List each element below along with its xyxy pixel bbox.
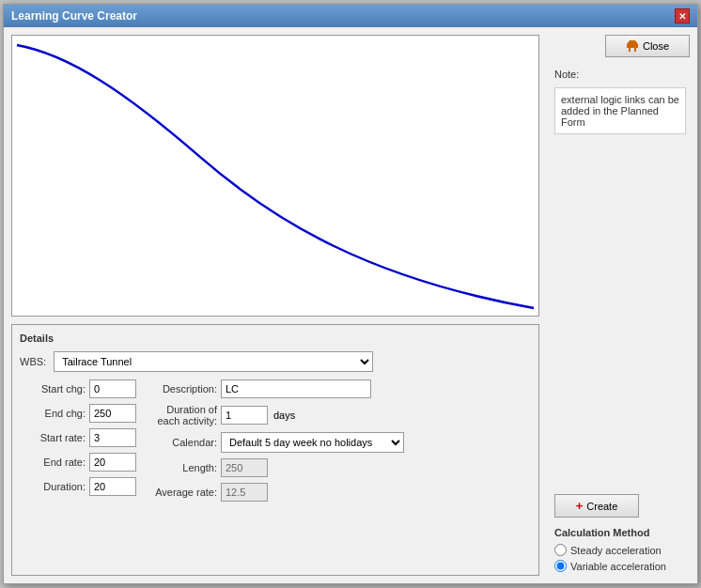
- form-columns: Start chg: End chg: Start rate: End: [20, 379, 531, 507]
- end-chg-row: End chg:: [20, 404, 136, 423]
- right-panel: Close Note: external logic links can be …: [547, 27, 697, 583]
- right-column: Description: Duration of each activity: …: [151, 379, 404, 507]
- wbs-select[interactable]: Tailrace Tunnel: [54, 351, 373, 372]
- description-label: Description:: [151, 383, 217, 395]
- note-label: Note:: [554, 69, 579, 80]
- variable-label: Variable acceleration: [570, 561, 666, 572]
- main-window: Learning Curve Creator ✕ Details WBS:: [3, 4, 698, 584]
- left-panel: Details WBS: Tailrace Tunnel Start chg:: [4, 27, 547, 583]
- calendar-label: Calendar:: [151, 437, 217, 448]
- svg-marker-2: [627, 40, 638, 44]
- avg-rate-row: Average rate:: [151, 483, 404, 502]
- note-text: external logic links can be added in the…: [554, 87, 686, 134]
- length-input: [221, 458, 268, 477]
- svg-rect-1: [627, 44, 638, 48]
- chart-area: [11, 35, 539, 317]
- duration-activity-input[interactable]: [221, 406, 268, 425]
- variable-radio[interactable]: [554, 560, 567, 572]
- duration-input[interactable]: [89, 477, 136, 496]
- wbs-label: WBS:: [20, 356, 46, 367]
- end-rate-label: End rate:: [20, 456, 86, 468]
- end-rate-row: End rate:: [20, 453, 136, 472]
- steady-radio[interactable]: [554, 544, 567, 556]
- length-row: Length:: [151, 458, 404, 477]
- description-row: Description:: [151, 379, 404, 398]
- window-title: Learning Curve Creator: [11, 9, 137, 23]
- svg-rect-3: [629, 48, 631, 52]
- create-label: Create: [586, 501, 617, 512]
- content-area: Details WBS: Tailrace Tunnel Start chg:: [4, 27, 697, 583]
- duration-activity-row: Duration of each activity: days: [151, 404, 404, 426]
- wbs-row: WBS: Tailrace Tunnel: [20, 351, 531, 372]
- calendar-select[interactable]: Default 5 day week no holidays: [221, 432, 404, 453]
- start-chg-row: Start chg:: [20, 379, 136, 398]
- avg-rate-label: Average rate:: [151, 487, 217, 498]
- avg-rate-input: [221, 483, 268, 502]
- window-close-button[interactable]: ✕: [675, 8, 690, 23]
- duration-row: Duration:: [20, 477, 136, 496]
- end-chg-label: End chg:: [20, 408, 86, 419]
- variable-radio-row: Variable acceleration: [554, 560, 666, 572]
- create-button[interactable]: + Create: [554, 494, 639, 518]
- duration-activity-label: Duration of each activity:: [151, 404, 217, 426]
- steady-radio-row: Steady acceleration: [554, 544, 666, 556]
- left-column: Start chg: End chg: Start rate: End: [20, 379, 136, 507]
- length-label: Length:: [151, 462, 217, 473]
- svg-rect-0: [12, 36, 538, 316]
- start-rate-row: Start rate:: [20, 428, 136, 447]
- calculation-method-section: Calculation Method Steady acceleration V…: [554, 527, 666, 576]
- details-section: Details WBS: Tailrace Tunnel Start chg:: [11, 324, 539, 576]
- description-input[interactable]: [221, 379, 371, 398]
- start-chg-label: Start chg:: [20, 383, 86, 395]
- calendar-row: Calendar: Default 5 day week no holidays: [151, 432, 404, 453]
- start-chg-input[interactable]: [89, 379, 136, 398]
- duration-label: Duration:: [20, 481, 86, 492]
- calc-method-title: Calculation Method: [554, 527, 666, 538]
- close-icon: [626, 39, 639, 53]
- title-bar: Learning Curve Creator ✕: [4, 5, 697, 27]
- start-rate-input[interactable]: [89, 428, 136, 447]
- close-button[interactable]: Close: [605, 35, 690, 57]
- days-label: days: [273, 410, 295, 421]
- steady-label: Steady acceleration: [570, 545, 662, 556]
- end-rate-input[interactable]: [89, 453, 136, 472]
- chart-svg: [12, 36, 538, 316]
- start-rate-label: Start rate:: [20, 432, 86, 443]
- svg-rect-4: [634, 48, 636, 52]
- details-title: Details: [20, 333, 531, 344]
- end-chg-input[interactable]: [89, 404, 136, 423]
- create-plus-icon: +: [576, 499, 584, 513]
